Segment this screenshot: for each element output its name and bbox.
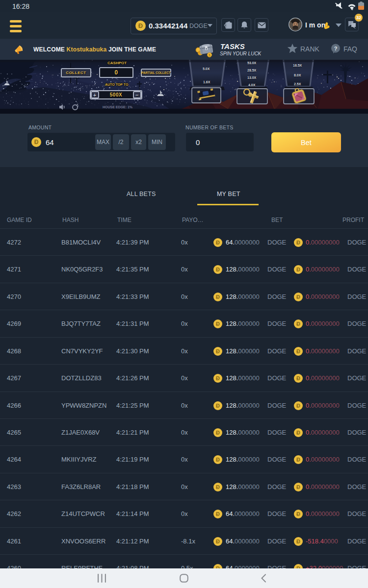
svg-text:?: ? <box>334 46 338 51</box>
svg-text:$: $ <box>209 53 210 57</box>
